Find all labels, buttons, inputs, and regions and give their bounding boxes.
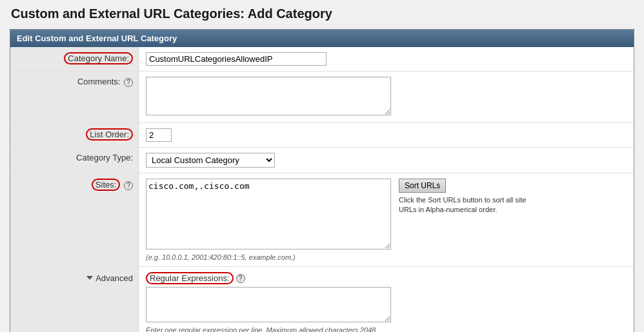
sites-textarea[interactable]: cisco.com,.cisco.com	[146, 179, 391, 249]
list-order-input[interactable]	[146, 128, 172, 142]
regex-label-row: Regular Expressions: ?	[146, 272, 627, 284]
sort-hint-text: Click the Sort URLs button to sort all s…	[399, 195, 528, 215]
category-name-row: Category Name:	[10, 47, 634, 72]
category-name-label-cell: Category Name:	[10, 47, 139, 72]
sites-textarea-wrap: cisco.com,.cisco.com (e.g. 10.0.0.1, 200…	[146, 179, 391, 261]
comments-label: Comments:	[77, 77, 120, 86]
sites-label: Sites:	[92, 179, 121, 191]
advanced-toggle[interactable]: Advanced	[86, 273, 133, 283]
category-type-select[interactable]: Local Custom Category External Live Feed…	[146, 153, 275, 168]
category-type-row: Category Type: Local Custom Category Ext…	[10, 148, 634, 173]
category-type-label-cell: Category Type:	[10, 148, 139, 173]
comments-label-cell: Comments: ?	[10, 72, 139, 123]
comments-textarea[interactable]	[146, 77, 391, 115]
regex-help-icon[interactable]: ?	[236, 274, 245, 283]
comments-row: Comments: ?	[10, 72, 634, 123]
sort-section: Sort URLs Click the Sort URLs button to …	[399, 179, 528, 215]
category-name-label: Category Name:	[64, 52, 133, 64]
sites-hint: (e.g. 10.0.0.1, 2001:420:80:1::5, exampl…	[146, 253, 391, 261]
advanced-row: Advanced Regular Expressions: ? Enter on…	[10, 267, 634, 333]
category-name-field-cell	[139, 47, 634, 72]
advanced-label: Advanced	[96, 273, 133, 283]
sites-help-icon[interactable]: ?	[124, 181, 133, 190]
form-table: Category Name: Comments: ? List	[10, 47, 634, 332]
sort-urls-button[interactable]: Sort URLs	[399, 179, 446, 193]
triangle-down-icon	[86, 276, 93, 280]
list-order-label-cell: List Order:	[10, 123, 139, 148]
comments-field-cell	[139, 72, 634, 123]
regex-hint: Enter one regular expression per line. M…	[146, 326, 627, 332]
page-title: Custom and External URL Categories: Add …	[10, 6, 634, 21]
category-name-input[interactable]	[146, 52, 327, 66]
advanced-label-cell: Advanced	[10, 267, 139, 333]
list-order-label: List Order:	[86, 128, 133, 141]
list-order-field-cell	[139, 123, 634, 148]
sites-inner: cisco.com,.cisco.com (e.g. 10.0.0.1, 200…	[146, 179, 627, 261]
list-order-row: List Order:	[10, 123, 634, 148]
comments-help-icon[interactable]: ?	[124, 78, 133, 87]
category-type-field-cell: Local Custom Category External Live Feed…	[139, 148, 634, 173]
sites-field-cell: cisco.com,.cisco.com (e.g. 10.0.0.1, 200…	[139, 173, 634, 267]
category-type-label: Category Type:	[76, 153, 133, 162]
regex-label: Regular Expressions:	[146, 272, 234, 284]
sites-row: Sites: ? cisco.com,.cisco.com (e.g. 10.0…	[10, 173, 634, 267]
panel-header: Edit Custom and External URL Category	[10, 30, 634, 47]
advanced-field-cell: Regular Expressions: ? Enter one regular…	[139, 267, 634, 333]
sites-label-cell: Sites: ?	[10, 173, 139, 267]
regex-textarea[interactable]	[146, 287, 391, 322]
edit-panel: Edit Custom and External URL Category Ca…	[10, 29, 634, 332]
